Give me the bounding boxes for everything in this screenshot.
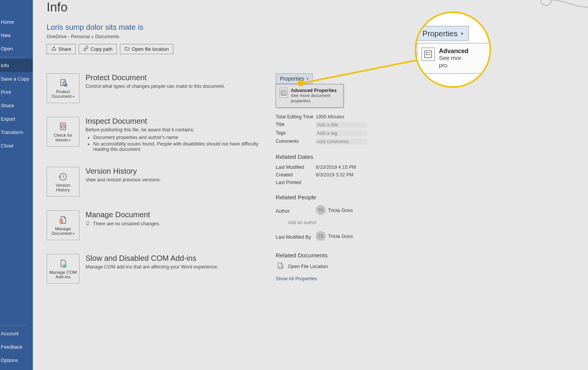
document-actions-column: Protect Document Protect Document Contro… [47, 73, 260, 297]
open-file-location-link[interactable]: HTML Open File Location [276, 262, 375, 271]
svg-point-24 [426, 54, 427, 55]
protect-document-tile[interactable]: Protect Document [47, 73, 79, 103]
related-people-heading: Related People [276, 194, 375, 201]
open-file-location-label: Open File Location [288, 264, 328, 269]
inspect-bullet: Document properties and author's name [93, 135, 260, 140]
share-label: Share [58, 47, 71, 52]
sidebar-separator [0, 325, 27, 325]
related-dates-heading: Related Dates [276, 153, 375, 160]
magnifier-callout: Properties Advanced See mor pro [415, 11, 491, 88]
sidebar-item-export[interactable]: Export [0, 112, 33, 126]
last-modified-by-value[interactable]: TG Tricia Goss [316, 231, 353, 241]
last-printed-label: Last Printed [276, 180, 316, 185]
show-all-properties-link[interactable]: Show All Properties [276, 276, 317, 281]
document-title: Loris sump dolor sits mate is [47, 23, 574, 32]
sidebar-item-home[interactable]: Home [0, 15, 33, 29]
protect-heading: Protect Document [86, 73, 260, 82]
properties-list-icon [422, 47, 435, 61]
callout-anchor-dot [298, 80, 304, 86]
check-for-issues-tile[interactable]: Check for Issues [47, 117, 79, 147]
inspect-desc: Before publishing this file, be aware th… [86, 127, 260, 152]
folder-icon [124, 46, 130, 52]
version-heading: Version History [86, 167, 260, 176]
tags-label: Tags [276, 130, 316, 136]
sidebar-item-share[interactable]: Share [0, 99, 33, 112]
svg-point-12 [282, 91, 283, 92]
total-editing-value: 1955 Minutes [316, 114, 367, 120]
open-loc-label: Open file location [132, 47, 169, 52]
breadcrumb: OneDrive - Personal » Documents [47, 34, 574, 39]
protect-tile-label: Protect Document [48, 89, 78, 99]
open-file-location-button[interactable]: Open file location [120, 44, 173, 54]
manage-com-addins-tile[interactable]: Manage COM Add-ins [47, 254, 79, 284]
avatar: TG [316, 205, 326, 215]
manage-document-tile[interactable]: Manage Document [47, 210, 79, 240]
last-modified-by-label: Last Modified By [276, 234, 316, 240]
properties-dropdown[interactable]: Properties [276, 73, 313, 84]
copy-path-button[interactable]: Copy path [79, 44, 117, 54]
svg-text:HTML: HTML [279, 266, 284, 268]
sidebar-item-transform[interactable]: Transform [0, 126, 33, 139]
sidebar-item-info[interactable]: Info [0, 59, 33, 72]
author-name: Tricia Goss [328, 207, 353, 213]
lock-icon [58, 78, 68, 89]
sidebar-item-new[interactable]: New [0, 29, 33, 42]
inspect-bullet: No accessibility issues found. People wi… [93, 141, 260, 152]
properties-column: Properties Advanced Properties See more … [276, 73, 375, 297]
sidebar-item-feedback[interactable]: Feedback [0, 340, 33, 354]
info-page: Info Loris sump dolor sits mate is OneDr… [33, 0, 588, 370]
avatar: TG [316, 231, 326, 241]
sidebar-item-save-copy[interactable]: Save a Copy [0, 72, 33, 86]
comments-label: Comments [276, 139, 316, 145]
related-documents-heading: Related Documents [276, 252, 375, 259]
manage-desc: There are no unsaved changes. [86, 221, 260, 227]
manage-tile-label: Manage Document [48, 226, 78, 236]
history-icon [58, 171, 68, 182]
version-tile-label: Version History [48, 183, 78, 192]
created-label: Created [276, 172, 316, 178]
share-button[interactable]: Share [47, 44, 76, 54]
sidebar-separator [0, 57, 27, 57]
sidebar-item-account[interactable]: Account [0, 327, 33, 340]
svg-line-3 [66, 86, 67, 87]
magnified-properties-dropdown: Properties [417, 26, 469, 40]
link-icon [83, 46, 89, 52]
magnified-advanced-properties: Advanced See mor pro [417, 43, 491, 73]
author-value[interactable]: TG Tricia Goss [316, 205, 353, 215]
created-value: 8/3/2019 3:32 PM [316, 172, 375, 178]
add-author-field[interactable]: Add an author [288, 220, 375, 225]
svg-point-19 [541, 0, 551, 5]
last-printed-value [316, 180, 375, 185]
author-label: Author [276, 208, 316, 214]
check-icon [58, 121, 68, 132]
svg-point-14 [282, 93, 283, 94]
sidebar-item-close[interactable]: Close [0, 139, 33, 152]
comments-field[interactable]: Add comments [316, 139, 367, 145]
svg-point-16 [282, 94, 283, 95]
inspect-heading: Inspect Document [86, 117, 260, 126]
protect-desc: Control what types of changes people can… [86, 84, 260, 89]
page-title: Info [47, 0, 574, 15]
version-desc: View and restore previous versions. [86, 177, 260, 183]
manage-heading: Manage Document [86, 210, 260, 219]
share-icon [51, 46, 57, 52]
sidebar-item-options[interactable]: Options [0, 354, 33, 367]
advanced-properties-menuitem[interactable]: Advanced Properties See more document pr… [276, 84, 344, 108]
com-heading: Slow and Disabled COM Add-ins [86, 254, 260, 263]
version-history-tile[interactable]: Version History [47, 167, 79, 197]
advanced-properties-desc: See more document properties [291, 93, 340, 104]
advanced-properties-title: Advanced Properties [291, 88, 340, 93]
com-tile-label: Manage COM Add-ins [48, 270, 78, 279]
lastmod-name: Tricia Goss [328, 233, 353, 239]
sidebar-item-open[interactable]: Open [0, 42, 33, 55]
tags-field[interactable]: Add a tag [316, 130, 367, 136]
com-desc: Manage COM add-ins that are affecting yo… [86, 264, 260, 270]
svg-rect-21 [425, 51, 431, 58]
gear-icon [58, 259, 68, 269]
sidebar-item-print[interactable]: Print [0, 86, 33, 99]
title-label: Title [276, 122, 316, 128]
document-icon [58, 215, 68, 226]
title-field[interactable]: Add a title [316, 122, 367, 128]
decorative-arrow-graphic [535, 0, 588, 15]
total-editing-label: Total Editing Time [276, 114, 316, 120]
